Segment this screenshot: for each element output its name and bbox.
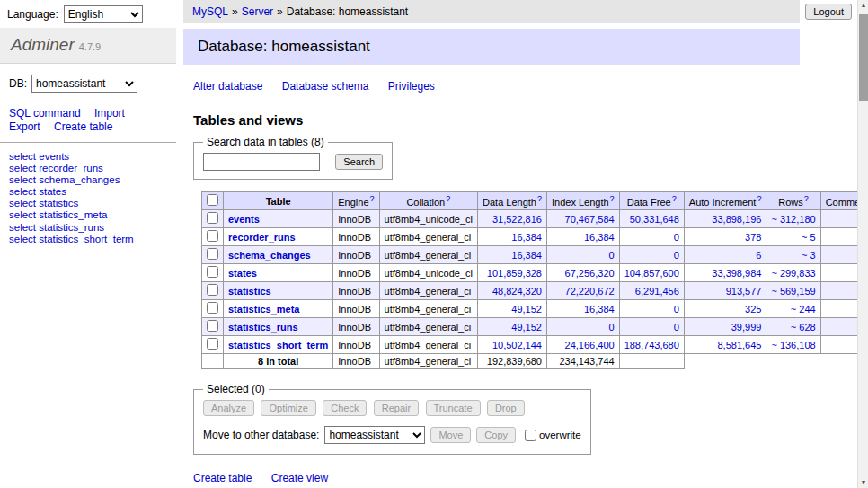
data-free-link[interactable]: 50,331,648 [624,214,679,225]
index-length-link[interactable]: 24,166,400 [552,340,615,350]
action-link[interactable]: Create table [193,472,252,484]
adminer-logo[interactable]: Adminer4.7.9 [11,35,101,54]
auto-increment-link[interactable]: 39,999 [689,322,762,333]
row-checkbox[interactable] [207,266,218,278]
sidebar-table-link[interactable]: select recorder_runs [9,163,167,174]
select-all-checkbox[interactable] [207,194,218,206]
data-length-link[interactable]: 16,384 [483,232,542,243]
data-free-link[interactable]: 0 [624,250,679,261]
auto-increment-link[interactable]: 378 [689,232,762,243]
index-length-link[interactable]: 0 [552,250,615,261]
data-free-link[interactable]: 104,857,600 [624,268,679,279]
selected-action-button[interactable]: Truncate [426,400,481,416]
overwrite-checkbox[interactable] [525,430,536,441]
table-name-link[interactable]: statistics_meta [228,304,300,315]
data-length-link[interactable]: 101,859,328 [483,268,542,279]
move-button[interactable]: Move [430,427,471,443]
data-length-link[interactable]: 10,502,144 [483,340,542,350]
sidebar-table-link[interactable]: select statistics_short_term [9,234,167,245]
sidebar-table-link[interactable]: select statistics [9,198,167,209]
help-icon[interactable]: ? [446,194,450,203]
help-icon[interactable]: ? [804,194,809,203]
data-length-link[interactable]: 16,384 [483,250,542,261]
row-checkbox[interactable] [207,320,218,332]
action-link[interactable]: Database schema [282,80,369,93]
selected-action-button[interactable]: Optimize [261,400,315,416]
selected-action-button[interactable]: Check [323,400,367,416]
row-checkbox[interactable] [207,284,218,296]
data-free-link[interactable]: 6,291,456 [624,286,679,297]
scrollbar-thumb[interactable] [859,14,868,101]
scrollbar-up-arrow[interactable]: ▲ [858,0,868,11]
action-link[interactable]: Export [9,120,40,133]
sidebar-table-link[interactable]: select events [9,151,167,163]
data-free-link[interactable]: 0 [624,304,679,315]
table-name-link[interactable]: states [228,268,257,279]
auto-increment-link[interactable]: 33,898,196 [689,214,762,225]
table-name-link[interactable]: recorder_runs [228,232,296,243]
search-button[interactable]: Search [335,154,383,170]
index-length-link[interactable]: 67,256,320 [552,268,615,279]
rows-link[interactable]: ~ 628 [771,322,815,333]
action-link[interactable]: Create table [54,120,112,133]
help-icon[interactable]: ? [610,194,615,203]
sidebar-table-link[interactable]: select states [9,186,167,198]
auto-increment-link[interactable]: 8,581,645 [689,340,762,350]
logout-button[interactable]: Logout [805,4,852,20]
table-name-link[interactable]: statistics_short_term [228,340,328,350]
scrollbar[interactable]: ▲ ▼ [857,0,868,488]
index-length-link[interactable]: 16,384 [552,304,615,315]
data-free-link[interactable]: 188,743,680 [624,340,679,350]
sidebar-table-link[interactable]: select statistics_runs [9,222,167,234]
auto-increment-link[interactable]: 33,398,984 [689,268,762,279]
index-length-link[interactable]: 70,467,584 [552,214,615,225]
rows-link[interactable]: ~ 569,159 [771,286,815,297]
selected-action-button[interactable]: Drop [487,400,525,416]
action-link[interactable]: Import [94,107,125,120]
data-free-link[interactable]: 0 [624,322,679,333]
rows-link[interactable]: ~ 5 [771,232,815,243]
rows-link[interactable]: ~ 244 [771,304,815,315]
row-checkbox[interactable] [207,338,218,350]
auto-increment-link[interactable]: 913,577 [689,286,762,297]
index-length-link[interactable]: 72,220,672 [552,286,615,297]
data-length-link[interactable]: 49,152 [483,322,542,333]
rows-link[interactable]: ~ 312,180 [771,214,815,225]
row-checkbox[interactable] [207,248,218,260]
selected-action-button[interactable]: Analyze [203,400,254,416]
selected-action-button[interactable]: Repair [374,400,419,416]
table-name-link[interactable]: events [228,214,260,225]
data-length-link[interactable]: 49,152 [483,304,542,315]
help-icon[interactable]: ? [537,194,542,203]
index-length-link[interactable]: 16,384 [552,232,615,243]
scrollbar-down-arrow[interactable]: ▼ [858,477,868,488]
data-free-link[interactable]: 0 [624,232,679,243]
action-link[interactable]: Privileges [388,80,435,93]
language-select[interactable]: English [64,5,143,23]
row-checkbox[interactable] [207,302,218,314]
help-icon[interactable]: ? [672,194,677,203]
data-length-link[interactable]: 48,824,320 [483,286,542,297]
search-input[interactable] [203,153,320,171]
table-name-link[interactable]: statistics [228,286,271,297]
help-icon[interactable]: ? [757,194,761,203]
move-db-select[interactable]: homeassistant [324,426,425,444]
row-checkbox[interactable] [207,230,218,242]
index-length-link[interactable]: 0 [552,322,615,333]
table-name-link[interactable]: schema_changes [228,250,311,261]
copy-button[interactable]: Copy [476,427,516,443]
auto-increment-link[interactable]: 6 [689,250,762,261]
rows-link[interactable]: ~ 299,833 [771,268,815,279]
action-link[interactable]: Alter database [193,80,262,93]
rows-link[interactable]: ~ 3 [771,250,815,261]
sidebar-table-link[interactable]: select statistics_meta [9,209,167,221]
rows-link[interactable]: ~ 136,108 [771,340,815,350]
data-length-link[interactable]: 31,522,816 [483,214,542,225]
table-name-link[interactable]: statistics_runs [228,322,298,333]
action-link[interactable]: Create view [271,472,328,484]
sidebar-table-link[interactable]: select schema_changes [9,174,167,186]
auto-increment-link[interactable]: 325 [689,304,762,315]
help-icon[interactable]: ? [370,194,375,203]
row-checkbox[interactable] [207,212,218,224]
action-link[interactable]: SQL command [9,107,81,120]
